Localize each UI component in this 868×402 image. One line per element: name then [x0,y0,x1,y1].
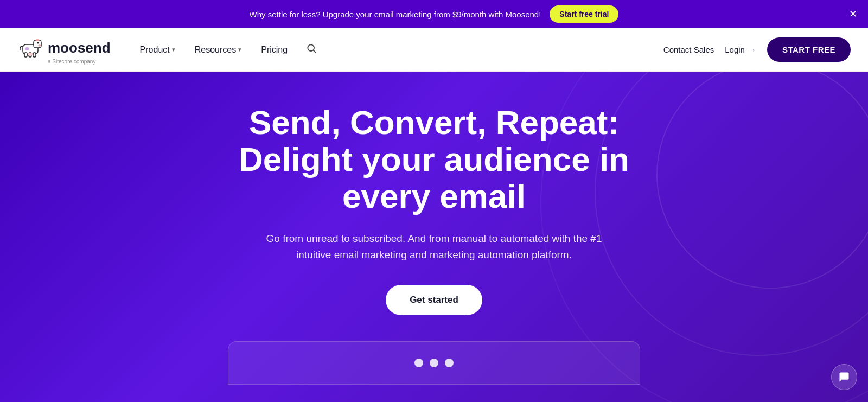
nav-product-label: Product [140,45,170,55]
login-arrow-icon: → [748,45,756,54]
svg-point-5 [25,47,29,50]
announcement-close-button[interactable]: ✕ [849,9,857,19]
nav-right: Contact Sales Login → START FREE [663,37,851,62]
dot-1 [414,359,423,367]
hero-subtitle: Go from unread to subscribed. And from m… [260,231,608,264]
announcement-cta-button[interactable]: Start free trial [550,5,618,23]
svg-rect-1 [34,40,41,48]
svg-point-2 [36,39,40,41]
resources-chevron-icon: ▾ [238,46,241,53]
nav-links: Product ▾ Resources ▾ Pricing [132,39,663,61]
get-started-button[interactable]: Get started [386,285,482,315]
svg-line-11 [314,50,316,53]
login-button[interactable]: Login → [725,45,756,54]
svg-rect-6 [24,53,27,57]
dot-2 [430,359,438,367]
svg-point-3 [37,42,39,44]
nav-pricing-label: Pricing [261,45,288,55]
logo-name: moosend [48,40,111,56]
hero-section: Send, Convert, Repeat: Delight your audi… [0,72,868,402]
hero-decoration [656,72,868,289]
svg-point-9 [28,53,33,56]
dot-3 [445,359,454,367]
svg-point-4 [39,45,41,47]
product-chevron-icon: ▾ [172,46,175,53]
hero-title: Send, Convert, Repeat: Delight your audi… [212,104,656,215]
contact-sales-link[interactable]: Contact Sales [663,45,714,54]
announcement-text: Why settle for less? Upgrade your email … [250,10,541,19]
logo-link[interactable]: moosend a Sitecore company [17,35,111,65]
nav-resources[interactable]: Resources ▾ [187,41,249,59]
hero-preview-area [11,341,857,385]
login-label: Login [725,45,745,54]
nav-pricing[interactable]: Pricing [253,41,295,59]
announcement-bar: Why settle for less? Upgrade your email … [0,0,868,28]
preview-card [228,341,640,385]
svg-rect-8 [33,53,36,57]
logo-icon [17,35,43,61]
nav-resources-label: Resources [195,45,236,55]
search-icon[interactable] [299,39,323,61]
start-free-button[interactable]: START FREE [767,37,851,62]
chat-bubble-button[interactable] [831,364,857,390]
logo-sub: a Sitecore company [48,59,95,65]
navbar: moosend a Sitecore company Product ▾ Res… [0,28,868,72]
nav-product[interactable]: Product ▾ [132,41,183,59]
